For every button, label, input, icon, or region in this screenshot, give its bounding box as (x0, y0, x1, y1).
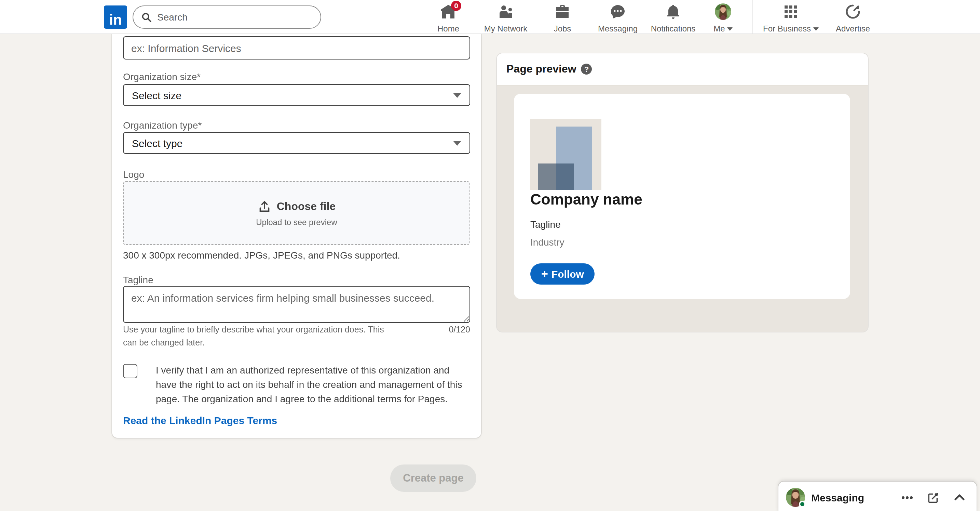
me-avatar (715, 3, 731, 20)
organization-type-label: Organization type* (123, 120, 470, 131)
nav-item-my-network[interactable]: My Network (475, 3, 536, 34)
logo-upload-dropzone[interactable]: Choose file Upload to see preview (123, 181, 470, 245)
company-preview-card: Company name Tagline Industry + Follow (514, 94, 850, 299)
selected-value: Select size (132, 89, 181, 101)
page-preview-title: Page preview (506, 63, 576, 75)
create-page-button[interactable]: Create page (390, 465, 476, 492)
nav-label: My Network (484, 24, 528, 34)
notification-badge: 0 (451, 1, 461, 11)
create-page-form-card: Organization size* Select size Organizat… (112, 34, 481, 438)
search-icon (142, 12, 152, 22)
nav-label: Home (438, 24, 459, 34)
upload-hint-text: Upload to see preview (256, 217, 337, 227)
nav-label: Me (713, 24, 725, 34)
compose-icon (928, 492, 939, 503)
nav-item-me[interactable]: Me (692, 3, 754, 34)
linkedin-logo[interactable]: in (104, 5, 127, 29)
company-logo-placeholder (530, 119, 601, 190)
verify-representative-checkbox[interactable] (123, 364, 137, 378)
verify-representative-text: I verify that I am an authorized represe… (137, 363, 468, 406)
preview-tagline: Tagline (530, 219, 561, 230)
my-network-icon (498, 3, 514, 20)
preview-industry: Industry (530, 237, 565, 248)
pages-terms-link[interactable]: Read the LinkedIn Pages Terms (123, 415, 277, 426)
caret-down-icon (453, 141, 461, 145)
logo-requirements-text: 300 x 300px recommended. JPGs, JPEGs, an… (123, 250, 470, 260)
nav-label: For Business (763, 24, 811, 34)
nav-item-messaging[interactable]: Messaging (587, 3, 649, 34)
preview-company-name: Company name (530, 191, 643, 209)
messaging-icon (609, 3, 626, 20)
messaging-dock-title: Messaging (811, 492, 901, 503)
tagline-char-counter: 0/120 (449, 324, 470, 350)
selected-value: Select type (132, 137, 183, 149)
help-icon[interactable]: ? (581, 64, 592, 75)
logo-label: Logo (123, 169, 470, 180)
more-horizontal-icon (901, 496, 913, 499)
nav-item-advertise[interactable]: Advertise (822, 3, 884, 34)
logo-bar-short (538, 163, 574, 190)
chevron-down-icon (727, 27, 733, 30)
nav-label: Messaging (598, 24, 638, 34)
upload-icon (258, 200, 271, 213)
nav-item-for-business[interactable]: For Business (757, 3, 825, 34)
nav-label: Advertise (836, 24, 870, 34)
chevron-up-icon (954, 494, 965, 501)
nav-divider (752, 0, 753, 34)
plus-icon: + (541, 268, 548, 280)
tagline-helper-text: Use your tagline to briefly describe wha… (123, 324, 391, 350)
organization-size-label: Organization size* (123, 71, 470, 82)
tagline-label: Tagline (123, 274, 470, 285)
nav-label: Notifications (651, 24, 696, 34)
tagline-textarea[interactable] (123, 286, 470, 323)
messaging-overflow-button[interactable] (901, 492, 913, 503)
jobs-icon (554, 3, 571, 20)
organization-size-select[interactable]: Select size (123, 84, 470, 106)
expand-messaging-button[interactable] (953, 492, 965, 503)
organization-type-select[interactable]: Select type (123, 132, 470, 154)
nav-item-home[interactable]: 0 Home (418, 3, 479, 34)
nav-label: Jobs (554, 24, 571, 34)
online-status-dot (799, 501, 806, 508)
caret-down-icon (453, 93, 461, 97)
linkedin-create-page-screen: in 0 Home My Net (0, 0, 980, 511)
search-input[interactable] (157, 12, 301, 22)
global-nav: in 0 Home My Net (0, 0, 980, 34)
choose-file-label: Choose file (277, 200, 336, 212)
page-preview-header: Page preview ? (497, 53, 868, 86)
notifications-icon (665, 3, 681, 20)
grid-icon (783, 3, 799, 20)
follow-label: Follow (552, 268, 584, 280)
advertise-icon (845, 3, 861, 20)
page-preview-panel: Page preview ? Company name Tagline Indu… (497, 53, 868, 332)
search-bar[interactable] (132, 5, 321, 29)
compose-message-button[interactable] (928, 492, 939, 503)
messaging-dock[interactable]: Messaging (778, 482, 977, 511)
chevron-down-icon (813, 27, 818, 30)
follow-button[interactable]: + Follow (530, 263, 595, 284)
nav-item-jobs[interactable]: Jobs (532, 3, 593, 34)
organization-name-input[interactable] (123, 36, 470, 59)
